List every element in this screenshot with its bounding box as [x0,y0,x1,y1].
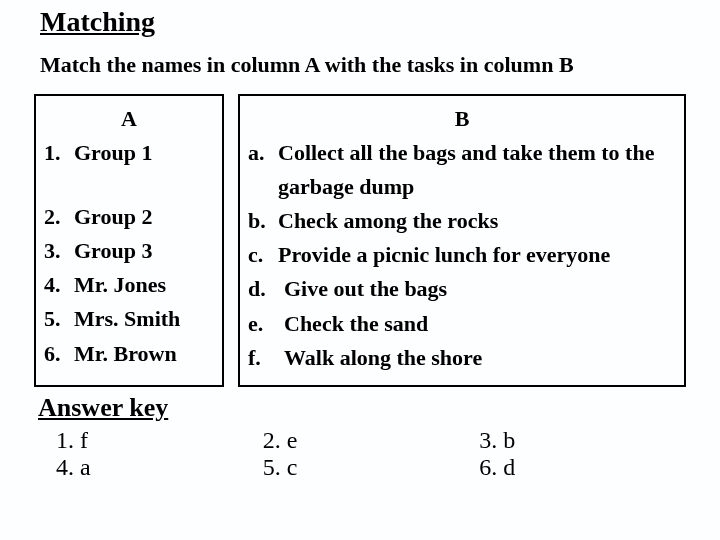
answer-item: 2. e [263,427,480,454]
answer-item: 5. c [263,454,480,481]
answer-item: 4. a [56,454,263,481]
answer-item: 3. b [479,427,686,454]
col-a-item: 6.Mr. Brown [44,337,214,371]
column-a-header: A [44,102,214,136]
page-title: Matching [40,6,686,38]
col-b-item: e.Check the sand [248,307,676,341]
column-b-header: B [248,102,676,136]
col-b-item: d.Give out the bags [248,272,676,306]
answer-key-title: Answer key [38,393,686,423]
col-b-item: a.Collect all the bags and take them to … [248,136,676,204]
col-b-item: c.Provide a picnic lunch for everyone [248,238,676,272]
col-a-item: 4.Mr. Jones [44,268,214,302]
answer-item: 6. d [479,454,686,481]
col-a-item: 1.Group 1 [44,136,214,170]
col-a-item: 5.Mrs. Smith [44,302,214,336]
answer-key: 1. f 4. a 2. e 5. c 3. b 6. d [56,427,686,481]
answer-item: 1. f [56,427,263,454]
col-b-item: b.Check among the rocks [248,204,676,238]
instruction-text: Match the names in column A with the tas… [40,52,686,78]
col-a-item: 2.Group 2 [44,200,214,234]
col-b-item: f.Walk along the shore [248,341,676,375]
column-b-box: B a.Collect all the bags and take them t… [238,94,686,387]
column-a-box: A 1.Group 1 2.Group 2 3.Group 3 4.Mr. Jo… [34,94,224,387]
col-a-item: 3.Group 3 [44,234,214,268]
